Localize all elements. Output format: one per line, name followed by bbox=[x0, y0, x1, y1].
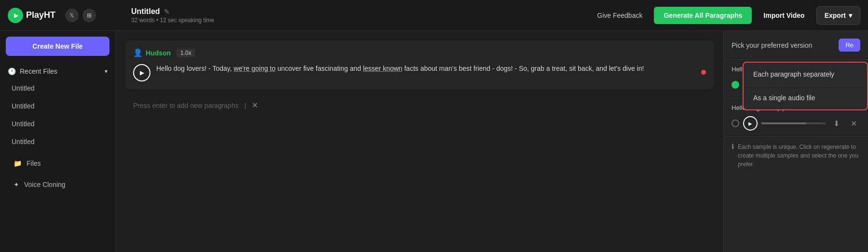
speaker-icon: 👤 bbox=[133, 48, 143, 57]
voice-cloning-icon: ✦ bbox=[14, 181, 19, 188]
version-2-download-icon[interactable]: ⬇ bbox=[829, 117, 843, 130]
generate-all-paragraphs-button[interactable]: Generate All Paragraphs bbox=[654, 7, 752, 24]
create-new-file-button[interactable]: Create New File bbox=[6, 37, 109, 56]
add-paragraph-hint: Press enter to add new paragraphs bbox=[133, 102, 239, 109]
recent-file-label-4: Untitled bbox=[12, 138, 34, 146]
recording-indicator bbox=[701, 70, 706, 75]
export-each-paragraph-item[interactable]: Each paragraph separately bbox=[744, 63, 867, 86]
export-button[interactable]: Export ▾ bbox=[816, 6, 860, 25]
recent-files-section: 🕐 Recent Files ▾ Untitled Untitled Untit… bbox=[0, 62, 115, 153]
main-layout: Create New File 🕐 Recent Files ▾ Untitle… bbox=[0, 31, 868, 252]
pipe-separator: | bbox=[244, 102, 246, 109]
panel-info: ℹ Each sample is unique. Click on regene… bbox=[724, 137, 868, 174]
export-chevron-icon: ▾ bbox=[849, 12, 852, 19]
version-2-close-icon[interactable]: ✕ bbox=[847, 117, 860, 130]
version-2-play-button[interactable]: ▶ bbox=[743, 116, 758, 131]
version-2-radio[interactable] bbox=[732, 119, 739, 127]
version-2-progress-bar bbox=[761, 122, 826, 124]
files-icon: 📁 bbox=[14, 159, 22, 167]
export-single-audio-item[interactable]: As a single audio file bbox=[744, 86, 867, 109]
give-feedback-button[interactable]: Give Feedback bbox=[591, 8, 648, 23]
document-title: Untitled bbox=[131, 7, 160, 16]
header: PlayHT 𝕏 ⊞ Untitled ✎ 32 words • 12 sec … bbox=[0, 0, 868, 31]
info-text: Each sample is unique. Click on regenera… bbox=[738, 143, 860, 169]
logo: PlayHT bbox=[8, 8, 55, 23]
discord-icon[interactable]: ⊞ bbox=[82, 9, 96, 22]
sidebar-item-voice-cloning[interactable]: ✦ Voice Cloning bbox=[6, 175, 109, 194]
paragraph-header: 👤 Hudson 1.0x bbox=[133, 48, 706, 57]
logo-text: PlayHT bbox=[26, 10, 55, 20]
voice-cloning-label: Voice Cloning bbox=[24, 181, 66, 188]
play-button[interactable]: ▶ bbox=[133, 64, 150, 81]
logo-area: PlayHT 𝕏 ⊞ bbox=[8, 8, 123, 23]
audio-controls-2: ▶ ⬇ ✕ bbox=[732, 116, 860, 131]
right-panel: Pick your preferred version Re Hello dog… bbox=[723, 31, 868, 252]
sidebar: Create New File 🕐 Recent Files ▾ Untitle… bbox=[0, 31, 116, 252]
playht-logo-icon bbox=[8, 8, 23, 23]
header-center: Untitled ✎ 32 words • 12 sec speaking ti… bbox=[123, 7, 591, 24]
add-paragraph-bar: Press enter to add new paragraphs | ✕ bbox=[125, 95, 714, 116]
recent-file-label-3: Untitled bbox=[12, 120, 34, 128]
files-label: Files bbox=[27, 159, 41, 167]
recent-files-header[interactable]: 🕐 Recent Files ▾ bbox=[6, 64, 109, 79]
paragraph-controls: ▶ Hello dog lovers! - Today, we're going… bbox=[133, 63, 706, 81]
doc-title-row: Untitled ✎ bbox=[131, 7, 591, 16]
import-video-button[interactable]: Import Video bbox=[758, 8, 810, 23]
version-1-radio[interactable] bbox=[732, 81, 739, 89]
close-paragraph-hint-icon[interactable]: ✕ bbox=[252, 101, 258, 110]
speed-badge[interactable]: 1.0x bbox=[176, 49, 195, 57]
export-dropdown: Each paragraph separately As a single au… bbox=[743, 62, 868, 110]
export-label: Export bbox=[825, 12, 846, 19]
speaker-badge: 👤 Hudson bbox=[133, 48, 171, 57]
recent-file-item-4[interactable]: Untitled bbox=[6, 133, 109, 150]
paragraph-text[interactable]: Hello dog lovers! - Today, we're going t… bbox=[156, 63, 695, 74]
recent-file-item-2[interactable]: Untitled bbox=[6, 97, 109, 115]
recent-chevron-icon: ▾ bbox=[105, 68, 108, 75]
panel-header: Pick your preferred version Re bbox=[724, 31, 868, 60]
regenerate-button[interactable]: Re bbox=[839, 39, 860, 52]
recent-file-label-1: Untitled bbox=[12, 84, 34, 92]
document-meta: 32 words • 12 sec speaking time bbox=[131, 17, 591, 24]
recent-file-item-1[interactable]: Untitled bbox=[6, 80, 109, 97]
header-actions: Give Feedback Generate All Paragraphs Im… bbox=[591, 6, 860, 25]
recent-file-item-3[interactable]: Untitled bbox=[6, 115, 109, 133]
panel-title: Pick your preferred version bbox=[732, 41, 812, 49]
content-area: 👤 Hudson 1.0x ▶ Hello dog lovers! - Toda… bbox=[116, 31, 723, 252]
recent-file-label-2: Untitled bbox=[12, 102, 34, 110]
sidebar-item-files[interactable]: 📁 Files bbox=[6, 154, 109, 173]
recent-files-label: Recent Files bbox=[20, 67, 57, 75]
clock-icon: 🕐 bbox=[8, 67, 16, 75]
paragraph-block-1: 👤 Hudson 1.0x ▶ Hello dog lovers! - Toda… bbox=[125, 40, 714, 89]
twitter-icon[interactable]: 𝕏 bbox=[65, 9, 79, 22]
edit-icon[interactable]: ✎ bbox=[164, 8, 170, 15]
version-2-progress-fill bbox=[761, 122, 806, 124]
info-icon: ℹ bbox=[732, 143, 734, 169]
speaker-name[interactable]: Hudson bbox=[146, 49, 171, 57]
social-icons: 𝕏 ⊞ bbox=[65, 9, 96, 22]
